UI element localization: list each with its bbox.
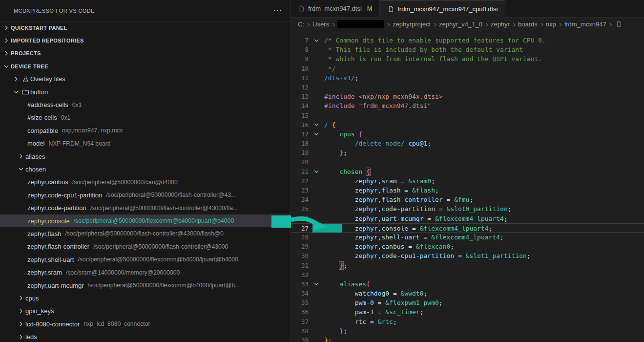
fold-chevron-down-icon[interactable] xyxy=(309,36,324,45)
tree-item-zephyr-uart-mcumgr[interactable]: zephyr,uart-mcumgr/soc/peripheral@500000… xyxy=(0,279,291,292)
code-line-24[interactable]: 24 zephyr,flash-controller = &fmu; xyxy=(291,195,644,204)
tree-item-label: compatible xyxy=(27,127,58,134)
breadcrumb-item-frdm-mcxn947[interactable]: frdm_mcxn947 xyxy=(564,21,606,28)
code-line-29[interactable]: 29 zephyr,canbus = &flexcan0; xyxy=(291,242,644,251)
code-line-16[interactable]: 16/ { xyxy=(291,120,644,129)
tree-item-size-cells[interactable]: #size-cells0x1 xyxy=(0,111,291,124)
code-line-18[interactable]: 18 /delete-node/ cpu@1; xyxy=(291,139,644,148)
chevron-right-icon[interactable] xyxy=(17,320,25,328)
chevron-right-icon[interactable] xyxy=(12,75,21,83)
section-header-imported-repositories[interactable]: IMPORTED REPOSITORIES xyxy=(0,34,291,46)
code-text: #include "frdm_mcxn947.dtsi" xyxy=(324,101,644,110)
line-number: 18 xyxy=(291,139,309,148)
code-line-14[interactable]: 14#include "frdm_mcxn947.dtsi" xyxy=(291,101,644,110)
chevron-right-icon[interactable] xyxy=(17,333,25,341)
line-number: 15 xyxy=(291,111,309,120)
code-line-22[interactable]: 22 zephyr,sram = &sram0; xyxy=(291,176,644,186)
breadcrumb-item-c[interactable]: C: xyxy=(298,21,304,28)
section-header-device-tree[interactable]: DEVICE TREE xyxy=(0,60,291,72)
code-line-13[interactable]: 13#include <nxp/nxp_mcxn94x.dtsi> xyxy=(291,92,644,101)
fold-gutter xyxy=(309,148,324,157)
tree-item-address-cells[interactable]: #address-cells0x1 xyxy=(0,98,291,111)
tree-item-chosen[interactable]: chosen xyxy=(0,163,291,175)
code-line-11[interactable]: 11/dts-v1/; xyxy=(291,73,644,83)
tree-item-zephyr-console[interactable]: zephyr,console/soc/peripheral@50000000/f… xyxy=(0,214,291,227)
code-line-25[interactable]: 25 zephyr,code-partition = &slot0_partit… xyxy=(291,204,644,214)
fold-chevron-down-icon[interactable] xyxy=(309,279,324,289)
code-text: zephyr,flash-controller = &fmu; xyxy=(324,195,644,204)
breadcrumb-separator-icon xyxy=(511,21,517,28)
breadcrumb-item-zephyr-v4-1-0[interactable]: zephyr_v4_1_0 xyxy=(439,21,482,28)
chevron-right-icon[interactable] xyxy=(17,307,25,315)
tree-item-button[interactable]: button xyxy=(0,86,291,98)
code-line-38[interactable]: 38 }; xyxy=(291,326,644,336)
tree-item-zephyr-code-cpu1-partition[interactable]: zephyr,code-cpu1-partition/soc/periphera… xyxy=(0,189,291,201)
breadcrumb-item-zephyrproject[interactable]: zephyrproject xyxy=(393,21,431,28)
breadcrumb-item-boards[interactable]: boards xyxy=(518,21,538,28)
tree-item-leds[interactable]: leds xyxy=(0,330,291,342)
tree-item-label: #size-cells xyxy=(27,114,57,121)
code-line-31[interactable]: 31 }; xyxy=(291,261,644,270)
code-line-28[interactable]: 28 zephyr,shell-uart = &flexcomm4_lpuart… xyxy=(291,233,644,242)
section-header-quickstart-panel[interactable]: QUICKSTART PANEL xyxy=(0,21,291,34)
more-actions-icon[interactable]: ⋯ xyxy=(273,8,283,13)
code-line-9[interactable]: 9 * which is run from internal flash and… xyxy=(291,54,644,64)
chevron-right-icon[interactable] xyxy=(17,152,25,160)
code-line-21[interactable]: 21 chosen { xyxy=(291,167,644,176)
tree-item-overlay-files[interactable]: Overlay files xyxy=(0,73,291,86)
line-number: 38 xyxy=(291,326,309,336)
code-line-23[interactable]: 23 zephyr,flash = &flash; xyxy=(291,186,644,195)
code-text: }; xyxy=(324,336,644,342)
tab-frdm-mcxn947-dtsi[interactable]: frdm_mcxn947.dtsiM xyxy=(291,0,380,17)
breadcrumb-item-nxp[interactable]: nxp xyxy=(546,21,556,28)
fold-chevron-down-icon[interactable] xyxy=(309,120,324,129)
section-header-projects[interactable]: PROJECTS xyxy=(0,47,291,60)
code-line-15[interactable]: 15 xyxy=(291,111,644,120)
tree-item-gpio-keys[interactable]: gpio_keys xyxy=(0,305,291,318)
code-line-19[interactable]: 19 }; xyxy=(291,148,644,157)
chevron-down-icon[interactable] xyxy=(12,88,21,96)
breadcrumb-separator-icon xyxy=(385,21,392,28)
tree-item-zephyr-canbus[interactable]: zephyr,canbus/soc/peripheral@50000000/ca… xyxy=(0,176,291,189)
vscode-window: MCUXPRESSO FOR VS CODE ⋯ QUICKSTART PANE… xyxy=(0,0,644,342)
tree-item-model[interactable]: modelNXP FRDM_N94 board xyxy=(0,137,291,150)
line-number: 17 xyxy=(291,129,309,139)
tree-item-zephyr-shell-uart[interactable]: zephyr,shell-uart/soc/peripheral@5000000… xyxy=(0,253,291,266)
line-number: 9 xyxy=(291,54,309,64)
code-line-30[interactable]: 30 zephyr,code-cpu1-partition = &slot1_p… xyxy=(291,251,644,260)
tab-frdm-mcxn947-mcxn947-cpu0-dtsi[interactable]: frdm_mcxn947_mcxn947_cpu0.dtsi xyxy=(380,0,505,18)
line-number: 29 xyxy=(291,242,309,251)
tree-item-zephyr-flash[interactable]: zephyr,flash/soc/peripheral@50000000/fla… xyxy=(0,227,291,240)
tree-item-label: zephyr,sram xyxy=(27,269,62,276)
code-line-12[interactable]: 12 xyxy=(291,83,644,92)
fold-chevron-down-icon[interactable] xyxy=(309,167,324,176)
code-editor[interactable]: 7/* Common dts file to enable supported … xyxy=(291,30,644,342)
code-line-37[interactable]: 37 rtc = &rtc; xyxy=(291,317,644,326)
tree-item-zephyr-sram[interactable]: zephyr,sram/soc/sram@14000000/memory@200… xyxy=(0,266,291,278)
code-line-35[interactable]: 35 pwm-0 = &flexpwm1_pwm0; xyxy=(291,298,644,307)
chevron-right-icon[interactable] xyxy=(17,294,25,302)
code-line-34[interactable]: 34 watchdog0 = &wwdt0; xyxy=(291,289,644,298)
tree-item-zephyr-code-partition[interactable]: zephyr,code-partition/soc/peripheral@500… xyxy=(0,201,291,214)
code-line-8[interactable]: 8 * This file is included by both the de… xyxy=(291,45,644,54)
code-line-32[interactable]: 32 xyxy=(291,270,644,279)
breadcrumb-item-zephyr[interactable]: zephyr xyxy=(491,21,510,28)
fold-gutter xyxy=(309,317,324,326)
chevron-down-icon[interactable] xyxy=(17,165,25,173)
tree-item-zephyr-flash-controller[interactable]: zephyr,flash-controller/soc/peripheral@5… xyxy=(0,240,291,253)
code-line-7[interactable]: 7/* Common dts file to enable supported … xyxy=(291,36,644,45)
tree-item-lcd-8080-connector[interactable]: lcd-8080-connectornxp_lcd_8080_connector xyxy=(0,318,291,330)
breadcrumb-item-users[interactable]: Users xyxy=(312,21,329,28)
tree-item-cpus[interactable]: cpus xyxy=(0,292,291,304)
tree-item-compatible[interactable]: compatiblenxp,mcxn947, nxp,mcx xyxy=(0,124,291,137)
code-line-27[interactable]: 27 zephyr,console = &flexcomm4_lpuart4; xyxy=(291,223,644,233)
code-line-39[interactable]: 39}; xyxy=(291,336,644,342)
fold-chevron-down-icon[interactable] xyxy=(309,129,324,139)
code-line-26[interactable]: 26 zephyr,uart-mcumgr = &flexcomm4_lpuar… xyxy=(291,214,644,223)
code-line-10[interactable]: 10 */ xyxy=(291,64,644,73)
code-line-33[interactable]: 33 aliases{ xyxy=(291,279,644,289)
code-line-17[interactable]: 17 cpus { xyxy=(291,129,644,139)
code-line-36[interactable]: 36 pwm-1 = &sc_timer; xyxy=(291,307,644,317)
tree-item-aliases[interactable]: aliases xyxy=(0,150,291,163)
code-line-20[interactable]: 20 xyxy=(291,157,644,167)
